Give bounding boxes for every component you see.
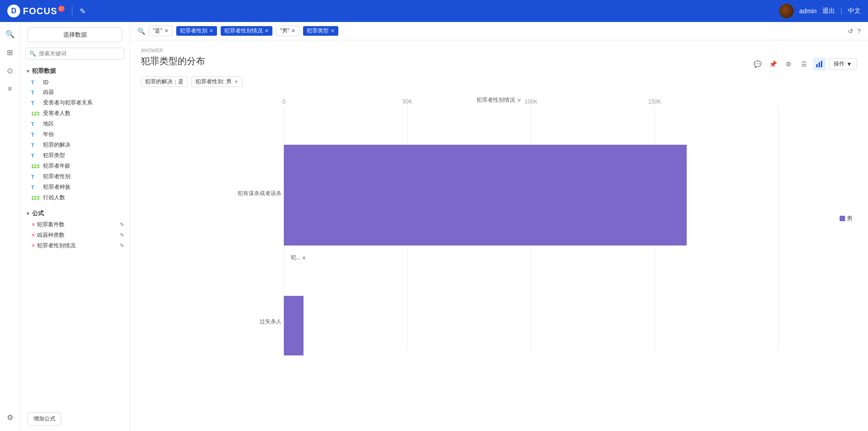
nav-edit-icon[interactable]: ✎ — [80, 7, 86, 16]
field-weapon[interactable]: T 凶器 — [20, 87, 130, 98]
filter-tag-is[interactable]: "是" ✕ — [149, 26, 173, 36]
field-name: 犯罪者性别 — [43, 173, 71, 180]
icon-sidebar: 🔍 ⊞ ⊙ ≡ ⚙ — [0, 22, 20, 431]
field-criminal-age[interactable]: 123 犯罪者年龄 — [20, 161, 130, 171]
section-label: 犯罪数据 — [32, 67, 56, 75]
formula-remove-icon[interactable]: ✕ — [31, 232, 35, 238]
svg-text:150K: 150K — [648, 98, 661, 105]
formula-remove-icon[interactable]: ✕ — [31, 243, 35, 249]
svg-rect-2 — [821, 61, 822, 67]
filter-tag-male[interactable]: "男" ✕ — [276, 26, 300, 36]
filter-tag-text: 犯罪者性别 — [180, 27, 207, 35]
field-id[interactable]: T ID — [20, 78, 130, 87]
svg-text:∨: ∨ — [302, 255, 306, 260]
field-list: T ID T 凶器 T 受害者与犯罪者关系 123 受害者人数 T 地区 T 年… — [20, 77, 130, 204]
field-year[interactable]: T 年份 — [20, 129, 130, 140]
filter-tag-remove[interactable]: ✕ — [331, 28, 335, 34]
field-crime-resolution[interactable]: T 犯罪的解决 — [20, 140, 130, 150]
sidebar-item-clock[interactable]: ⊙ — [2, 62, 18, 79]
filter-tag-remove[interactable]: ✕ — [164, 28, 168, 34]
chart-view-icon[interactable] — [813, 58, 826, 71]
comment-icon[interactable]: 💬 — [751, 58, 764, 71]
formula-edit-icon[interactable]: ✎ — [120, 222, 124, 228]
chart-header: 犯罪类型的分布 💬 📌 ⚙ ☰ 操作 ▼ — [141, 55, 857, 73]
chart-filter-resolution[interactable]: 犯罪的解决：是 — [141, 76, 188, 87]
formula-crime-count[interactable]: ✕ 犯罪案件数 ✎ — [20, 219, 130, 230]
filter-tag-crime-type[interactable]: 犯罪类型 ✕ — [303, 26, 338, 36]
filter-search-icon: 🔍 — [137, 27, 145, 35]
main-layout: 🔍 ⊞ ⊙ ≡ ⚙ 选择数据 🔍 ▼ 犯罪数据 T ID T 凶器 T — [0, 22, 868, 431]
pin-icon[interactable]: 📌 — [766, 58, 779, 71]
field-name: 年份 — [43, 131, 54, 138]
formula-arrow: ▼ — [26, 211, 30, 216]
help-icon[interactable]: ? — [857, 27, 861, 35]
filter-text: 犯罪者性别: 男 — [195, 78, 232, 85]
field-type-T: T — [31, 90, 40, 95]
settings-icon[interactable]: ⚙ — [782, 58, 795, 71]
nav-divider — [72, 5, 72, 16]
field-type-T: T — [31, 132, 40, 137]
field-victim-relation[interactable]: T 受害者与犯罪者关系 — [20, 98, 130, 108]
filter-tag-remove[interactable]: ✕ — [209, 28, 213, 34]
svg-rect-0 — [816, 64, 818, 67]
search-wrapper: 🔍 — [26, 48, 124, 60]
formula-weapon-count[interactable]: ✕ 凶器种类数 ✎ — [20, 230, 130, 240]
formula-edit-icon[interactable]: ✎ — [120, 232, 124, 238]
formula-label: 公式 — [32, 209, 44, 218]
search-input[interactable] — [26, 48, 124, 60]
formula-gender-status[interactable]: ✕ 犯罪者性别情况 ✎ — [20, 240, 130, 251]
language-button[interactable]: 中文 — [848, 7, 861, 15]
formula-edit-icon[interactable]: ✎ — [120, 243, 124, 249]
sidebar-item-settings[interactable]: ⚙ — [2, 409, 18, 426]
field-type-T: T — [31, 174, 40, 180]
avatar[interactable] — [779, 4, 794, 18]
field-name: ID — [43, 79, 49, 86]
answer-label: ANSWER — [141, 48, 857, 53]
formula-section-header[interactable]: ▼ 公式 — [20, 207, 130, 219]
operate-label: 操作 — [834, 60, 845, 68]
filter-tag-gender-status[interactable]: 犯罪者性别情况 ✕ — [221, 26, 272, 36]
chart-filter-gender[interactable]: 犯罪者性别: 男 ▼ — [191, 76, 243, 87]
content-area: 🔍 "是" ✕ 犯罪者性别 ✕ 犯罪者性别情况 ✕ "男" ✕ 犯罪类型 ✕ — [130, 22, 868, 431]
svg-text:犯有谋杀或者误杀: 犯有谋杀或者误杀 — [238, 190, 282, 196]
sidebar-item-list[interactable]: ≡ — [2, 81, 18, 97]
refresh-icon[interactable]: ↺ — [848, 27, 853, 35]
add-formula-button[interactable]: 增加公式 — [27, 412, 61, 426]
field-victim-count[interactable]: 123 受害者人数 — [20, 108, 130, 119]
field-criminal-gender[interactable]: T 犯罪者性别 — [20, 171, 130, 182]
svg-text:100K: 100K — [525, 98, 537, 105]
operate-button[interactable]: 操作 ▼ — [829, 58, 857, 70]
username-label: admin — [799, 7, 817, 15]
sidebar-item-grid[interactable]: ⊞ — [2, 44, 18, 60]
filter-tag-remove[interactable]: ✕ — [291, 28, 295, 34]
logout-button[interactable]: 退出 — [822, 7, 835, 15]
legend-color — [840, 216, 845, 221]
field-type-T: T — [31, 142, 40, 148]
filter-bar: 🔍 "是" ✕ 犯罪者性别 ✕ 犯罪者性别情况 ✕ "男" ✕ 犯罪类型 ✕ — [130, 22, 868, 40]
field-perpetrator-count[interactable]: 123 行凶人数 — [20, 192, 130, 203]
field-type-T: T — [31, 80, 40, 85]
formula-name: 凶器种类数 — [37, 231, 65, 239]
chart-title: 犯罪类型的分布 — [141, 55, 205, 67]
table-icon[interactable]: ☰ — [797, 58, 810, 71]
select-data-button[interactable]: 选择数据 — [27, 27, 122, 42]
field-criminal-race[interactable]: T 犯罪者种族 — [20, 182, 130, 192]
crime-data-section[interactable]: ▼ 犯罪数据 — [20, 65, 130, 77]
filter-tag-gender[interactable]: 犯罪者性别 ✕ — [176, 26, 217, 36]
operate-arrow: ▼ — [846, 61, 852, 67]
svg-rect-14 — [284, 145, 687, 246]
field-name: 犯罪的解决 — [43, 141, 71, 149]
sidebar-item-search[interactable]: 🔍 — [2, 26, 18, 42]
svg-text:犯...: 犯... — [291, 254, 301, 261]
field-crime-type[interactable]: T 犯罪类型 — [20, 150, 130, 161]
topnav: D FOCUS 17 ✎ admin 退出 | 中文 — [0, 0, 868, 22]
field-region[interactable]: T 地区 — [20, 119, 130, 129]
logo-badge: 17 — [58, 5, 65, 12]
filter-tag-remove[interactable]: ✕ — [265, 28, 269, 34]
field-type-T: T — [31, 153, 40, 158]
field-name: 受害者与犯罪者关系 — [43, 99, 92, 107]
search-icon: 🔍 — [29, 50, 36, 57]
svg-rect-1 — [819, 62, 820, 67]
formula-remove-icon[interactable]: ✕ — [31, 222, 35, 228]
section-arrow: ▼ — [26, 69, 30, 74]
